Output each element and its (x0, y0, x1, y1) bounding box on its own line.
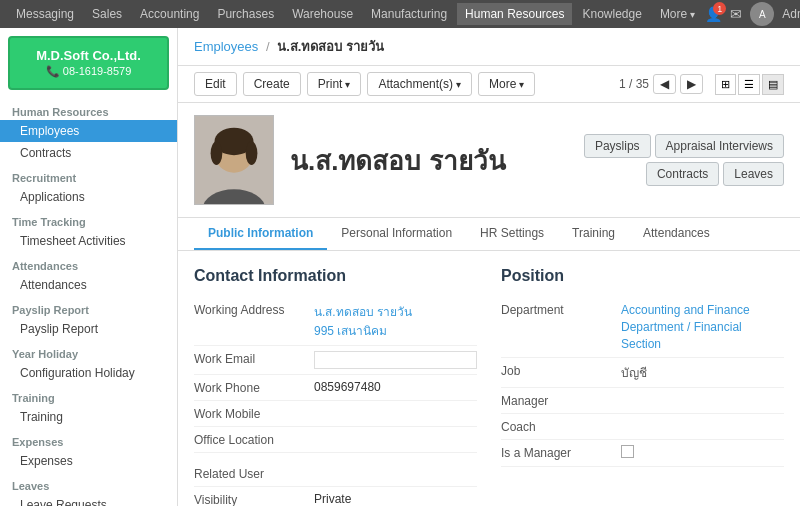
field-visibility: Visibility Private (194, 487, 477, 506)
department-link[interactable]: Accounting and Finance Department / Fina… (621, 303, 750, 351)
sidebar: M.D.Soft Co.,Ltd. 📞 08-1619-8579 Human R… (0, 28, 178, 506)
next-button[interactable]: ▶ (680, 74, 703, 94)
employee-photo (194, 115, 274, 205)
sidebar-section-payslip: Payslip Report (0, 296, 177, 318)
manager-label: Manager (501, 393, 621, 408)
breadcrumb-parent[interactable]: Employees (194, 39, 258, 54)
tab-public-information[interactable]: Public Information (194, 218, 327, 250)
sidebar-section-attendances: Attendances (0, 252, 177, 274)
user-name[interactable]: Administrator (782, 7, 800, 21)
contracts-button[interactable]: Contracts (646, 162, 719, 186)
nav-messaging[interactable]: Messaging (8, 3, 82, 25)
work-email-label: Work Email (194, 351, 314, 366)
sidebar-section-year-holiday: Year Holiday (0, 340, 177, 362)
position-section-title: Position (501, 267, 784, 285)
create-button[interactable]: Create (243, 72, 301, 96)
nav-human-resources[interactable]: Human Resources (457, 3, 572, 25)
sidebar-item-training[interactable]: Training (0, 406, 177, 428)
field-work-mobile: Work Mobile (194, 401, 477, 427)
nav-purchases[interactable]: Purchases (209, 3, 282, 25)
field-department: Department Accounting and Finance Depart… (501, 297, 784, 358)
field-office-location: Office Location (194, 427, 477, 453)
more-dropdown-arrow: ▾ (519, 79, 524, 90)
leaves-button[interactable]: Leaves (723, 162, 784, 186)
employee-section: น.ส.ทดสอบ รายวัน Payslips Appraisal Inte… (178, 103, 800, 218)
list-view-button[interactable]: ☰ (738, 74, 760, 95)
top-navigation: Messaging Sales Accounting Purchases War… (0, 0, 800, 28)
mail-icon[interactable]: ✉ (730, 6, 742, 22)
nav-more[interactable]: More ▾ (652, 3, 703, 25)
is-manager-value (621, 445, 784, 461)
pagination-text: 1 / 35 (619, 77, 649, 91)
view-icons: ⊞ ☰ ▤ (715, 74, 784, 95)
tab-attendances[interactable]: Attendances (629, 218, 724, 250)
pagination: 1 / 35 ◀ ▶ ⊞ ☰ ▤ (619, 74, 784, 95)
field-coach: Coach (501, 414, 784, 440)
tab-training[interactable]: Training (558, 218, 629, 250)
prev-button[interactable]: ◀ (653, 74, 676, 94)
sidebar-section-leaves: Leaves (0, 472, 177, 494)
is-manager-checkbox[interactable] (621, 445, 634, 458)
related-user-label: Related User (194, 466, 314, 481)
notification-icon[interactable]: 👤 1 (705, 6, 722, 22)
breadcrumb: Employees / น.ส.ทดสอบ รายวัน (194, 36, 784, 57)
sidebar-section-expenses: Expenses (0, 428, 177, 450)
department-value: Accounting and Finance Department / Fina… (621, 302, 784, 352)
payslips-button[interactable]: Payslips (584, 134, 651, 158)
tab-personal-information[interactable]: Personal Information (327, 218, 466, 250)
field-work-email: Work Email (194, 346, 477, 375)
nav-accounting[interactable]: Accounting (132, 3, 207, 25)
nav-knowledge[interactable]: Knowledge (574, 3, 649, 25)
nav-warehouse[interactable]: Warehouse (284, 3, 361, 25)
sidebar-item-contracts[interactable]: Contracts (0, 142, 177, 164)
toolbar: Edit Create Print ▾ Attachment(s) ▾ More… (178, 66, 800, 103)
sidebar-section-training: Training (0, 384, 177, 406)
coach-label: Coach (501, 419, 621, 434)
sidebar-item-attendances[interactable]: Attendances (0, 274, 177, 296)
work-mobile-label: Work Mobile (194, 406, 314, 421)
field-working-address: Working Address น.ส.ทดสอบ รายวัน995 เสนา… (194, 297, 477, 346)
nav-sales[interactable]: Sales (84, 3, 130, 25)
sidebar-item-payslip-report[interactable]: Payslip Report (0, 318, 177, 340)
sidebar-item-timesheet-activities[interactable]: Timesheet Activities (0, 230, 177, 252)
attachments-button[interactable]: Attachment(s) ▾ (367, 72, 472, 96)
print-button[interactable]: Print ▾ (307, 72, 362, 96)
job-label: Job (501, 363, 621, 378)
user-avatar: A (750, 2, 774, 26)
employee-name: น.ส.ทดสอบ รายวัน (290, 140, 568, 181)
phone-icon: 📞 (46, 65, 60, 77)
brand-phone: 📞 08-1619-8579 (22, 65, 155, 78)
tab-hr-settings[interactable]: HR Settings (466, 218, 558, 250)
more-button[interactable]: More ▾ (478, 72, 535, 96)
field-job: Job บัญชี (501, 358, 784, 388)
department-label: Department (501, 302, 621, 317)
field-work-phone: Work Phone 0859697480 (194, 375, 477, 401)
nav-manufacturing[interactable]: Manufacturing (363, 3, 455, 25)
visibility-value: Private (314, 492, 477, 506)
sidebar-item-leave-requests[interactable]: Leave Requests (0, 494, 177, 506)
appraisal-interviews-button[interactable]: Appraisal Interviews (655, 134, 784, 158)
edit-button[interactable]: Edit (194, 72, 237, 96)
contact-section-title: Contact Information (194, 267, 477, 285)
print-dropdown-arrow: ▾ (345, 79, 350, 90)
working-address-link[interactable]: น.ส.ทดสอบ รายวัน995 เสนานิคม (314, 305, 412, 338)
sidebar-item-expenses[interactable]: Expenses (0, 450, 177, 472)
field-manager: Manager (501, 388, 784, 414)
breadcrumb-separator: / (266, 39, 270, 54)
sidebar-section-hr: Human Resources (0, 98, 177, 120)
brand-logo[interactable]: M.D.Soft Co.,Ltd. 📞 08-1619-8579 (8, 36, 169, 90)
breadcrumb-current: น.ส.ทดสอบ รายวัน (277, 39, 384, 54)
field-is-manager: Is a Manager (501, 440, 784, 467)
job-value: บัญชี (621, 363, 784, 382)
tabs: Public Information Personal Information … (178, 218, 800, 251)
kanban-view-button[interactable]: ⊞ (715, 74, 736, 95)
attachments-dropdown-arrow: ▾ (456, 79, 461, 90)
work-email-value[interactable] (314, 351, 477, 369)
sidebar-item-applications[interactable]: Applications (0, 186, 177, 208)
work-phone-label: Work Phone (194, 380, 314, 395)
form-view-button[interactable]: ▤ (762, 74, 784, 95)
sidebar-item-employees[interactable]: Employees (0, 120, 177, 142)
sidebar-section-recruitment: Recruitment (0, 164, 177, 186)
employee-actions: Payslips Appraisal Interviews Contracts … (584, 134, 784, 186)
sidebar-item-config-holiday[interactable]: Configuration Holiday (0, 362, 177, 384)
